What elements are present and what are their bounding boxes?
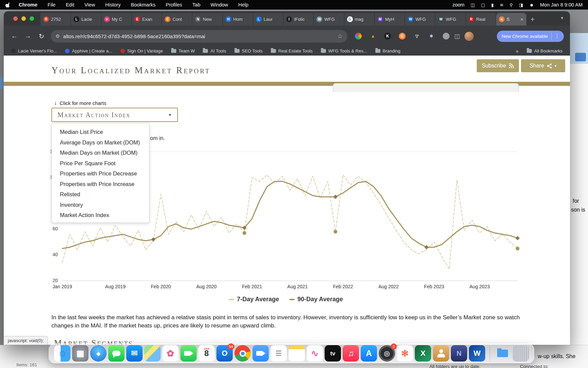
battery-icon[interactable]: ▮ bbox=[491, 2, 493, 7]
dock-music-icon[interactable]: ♫ bbox=[343, 345, 359, 362]
dock-launchpad-icon[interactable]: ▦ bbox=[72, 345, 88, 362]
dropdown-option[interactable]: Median Days on Market (DOM) bbox=[52, 148, 149, 158]
bookmark-star-icon[interactable]: ☆ bbox=[338, 33, 343, 40]
bookmarks-overflow-chevron[interactable]: » bbox=[516, 48, 519, 54]
subscribe-button[interactable]: Subscribe bbox=[477, 59, 519, 72]
bookmark-item[interactable]: Sign On | Vantage bbox=[120, 48, 163, 53]
bookmark-item[interactable]: Lacie Verner's Flo... bbox=[11, 48, 57, 53]
browser-tab[interactable]: W WFG bbox=[435, 13, 466, 26]
dock-dark-circle-app-icon[interactable]: ◎ 2 bbox=[379, 345, 395, 362]
bookmark-item[interactable]: Real Estate Tools bbox=[271, 48, 313, 53]
bookmark-item[interactable]: Branding bbox=[375, 48, 401, 53]
reload-button[interactable]: ↻ bbox=[37, 32, 46, 40]
dock-contacts-app-icon[interactable] bbox=[433, 345, 449, 362]
k-extension-icon[interactable]: K bbox=[384, 33, 391, 40]
dropdown-option[interactable]: Price Per Square Foot bbox=[52, 158, 149, 169]
minimize-window-button[interactable] bbox=[21, 16, 26, 21]
browser-tab[interactable]: I IFolic bbox=[283, 13, 314, 26]
bookmark-item[interactable]: WFG Tools & Res... bbox=[321, 48, 367, 53]
address-bar[interactable]: ⚙ altos.re/r/c94c6572-d7d3-4952-b898-5ac… bbox=[51, 30, 347, 43]
bookmark-item[interactable]: SEO Tools bbox=[234, 48, 263, 53]
forward-button[interactable]: → bbox=[23, 32, 32, 40]
dock-mail-icon[interactable]: ✉ bbox=[126, 345, 143, 362]
bookmark-item[interactable]: Apphive | Create a... bbox=[65, 48, 112, 53]
browser-tab[interactable]: L Laur bbox=[253, 13, 283, 26]
dock-photos-icon[interactable]: ✿ bbox=[162, 345, 179, 362]
dock-notes-icon[interactable] bbox=[289, 345, 305, 362]
dropdown-option[interactable]: Inventory bbox=[52, 200, 149, 210]
new-tab-button[interactable]: + bbox=[526, 13, 539, 26]
browser-tab[interactable]: L Lacie bbox=[71, 13, 101, 26]
snowflake-extension-icon[interactable]: ❄ bbox=[428, 33, 435, 40]
palette-extension-icon[interactable] bbox=[355, 33, 362, 40]
dropdown-option[interactable]: Market Action Index bbox=[52, 210, 149, 220]
browser-tab[interactable]: E Exan bbox=[132, 13, 162, 26]
menu-bar-item[interactable]: Window bbox=[211, 2, 228, 7]
display-icon[interactable]: ▢ bbox=[481, 2, 485, 7]
dropdown-option[interactable]: Median List Price bbox=[52, 127, 149, 137]
browser-menu-icon[interactable]: ⋮ bbox=[551, 32, 562, 40]
screen-mirroring-icon[interactable]: ◫ bbox=[471, 2, 475, 7]
dock-freeform-icon[interactable]: ∿ bbox=[307, 345, 323, 362]
menu-bar-item[interactable]: Tab bbox=[192, 2, 200, 7]
browser-tab[interactable]: W WFG bbox=[405, 13, 435, 26]
menu-bar-item[interactable]: Bookmarks bbox=[131, 2, 156, 7]
spotlight-icon[interactable]: ⚲ bbox=[510, 2, 513, 7]
control-center-icon[interactable]: ◨ bbox=[519, 2, 523, 7]
menu-bar-item[interactable]: History bbox=[105, 2, 120, 7]
browser-tab[interactable]: H Hom bbox=[223, 13, 253, 26]
browser-tab[interactable]: W WFG bbox=[314, 13, 344, 26]
dock-reminders-icon[interactable]: ☰ bbox=[271, 345, 287, 362]
browser-tab[interactable]: R Real bbox=[466, 13, 496, 26]
dock-pinwheel-app-icon[interactable]: ✻ bbox=[397, 345, 413, 362]
url-text[interactable]: altos.re/r/c94c6572-d7d3-4952-b898-5ace2… bbox=[63, 33, 334, 39]
menu-bar-clock[interactable]: Mon Jan 8 9:00 AM bbox=[540, 2, 583, 7]
menu-bar-item[interactable]: File bbox=[48, 2, 55, 7]
chrome-update-button[interactable]: New Chrome available ⋮ bbox=[497, 31, 564, 42]
all-bookmarks-button[interactable]: All Bookmarks bbox=[527, 48, 562, 53]
dock-safari-icon[interactable]: ◆ bbox=[90, 345, 107, 362]
menu-bar-item[interactable]: View bbox=[84, 2, 95, 7]
dock-downloads-icon[interactable] bbox=[494, 345, 511, 362]
dock-appstore-icon[interactable]: A bbox=[361, 345, 377, 362]
menu-bar-item[interactable]: Edit bbox=[66, 2, 74, 7]
tab-search-chevron-icon[interactable]: ▾ bbox=[561, 15, 563, 20]
apple-logo-icon[interactable] bbox=[5, 2, 11, 8]
dock-maps-icon[interactable] bbox=[144, 345, 161, 362]
dock-calendar-icon[interactable]: JAN 8 bbox=[198, 345, 215, 362]
back-button[interactable]: ← bbox=[10, 32, 19, 40]
dock-trash-icon[interactable] bbox=[512, 345, 529, 362]
fullscreen-window-button[interactable] bbox=[30, 16, 34, 21]
browser-tab[interactable]: N New bbox=[192, 13, 223, 26]
zoom-menu-item[interactable]: zoom bbox=[452, 2, 464, 7]
share-button[interactable]: Share ▾ bbox=[521, 59, 565, 72]
dock-chrome-icon[interactable] bbox=[234, 345, 251, 362]
dock-facetime-icon[interactable] bbox=[180, 345, 197, 362]
site-settings-icon[interactable]: ⚙ bbox=[55, 33, 60, 39]
dock-outlook-icon[interactable]: O 54 bbox=[216, 345, 233, 362]
menu-bar-item[interactable]: Chrome bbox=[19, 2, 37, 7]
cat-extension-icon[interactable]: C bbox=[399, 33, 406, 40]
side-panel-icon[interactable]: ◫ bbox=[454, 33, 460, 40]
flask-extension-icon[interactable]: ▽ bbox=[413, 33, 420, 40]
dropdown-option[interactable]: Relisted bbox=[52, 189, 149, 200]
bookmark-item[interactable]: Team W bbox=[171, 48, 195, 53]
menu-bar-item[interactable]: Profiles bbox=[166, 2, 182, 7]
tab-close-icon[interactable]: × bbox=[520, 16, 523, 22]
dock-excel-icon[interactable]: X bbox=[415, 345, 431, 362]
bookmark-item[interactable]: AI Tools bbox=[203, 48, 226, 53]
dock-finder-icon[interactable]: ☺ bbox=[54, 345, 70, 362]
dock-navy-app-icon[interactable]: N bbox=[451, 345, 467, 362]
close-window-button[interactable] bbox=[13, 16, 18, 21]
dock-appletv-icon[interactable]: tv bbox=[325, 345, 341, 362]
wifi-icon[interactable]: ≋ bbox=[500, 2, 504, 7]
dock-zoom-icon[interactable] bbox=[252, 345, 269, 362]
dropdown-option[interactable]: Average Days on Market (DOM) bbox=[52, 137, 149, 148]
browser-tab[interactable]: C Cont bbox=[162, 13, 192, 26]
dock-messages-icon[interactable] bbox=[108, 345, 125, 362]
dropdown-option[interactable]: Properties with Price Increase bbox=[52, 179, 149, 189]
chart-selector-button[interactable]: Market Action Index ▼ bbox=[51, 108, 178, 122]
dropdown-option[interactable]: Properties with Price Decrease bbox=[52, 168, 149, 179]
browser-tab[interactable]: ♥ My C bbox=[101, 13, 132, 26]
profile-avatar[interactable] bbox=[464, 32, 474, 41]
